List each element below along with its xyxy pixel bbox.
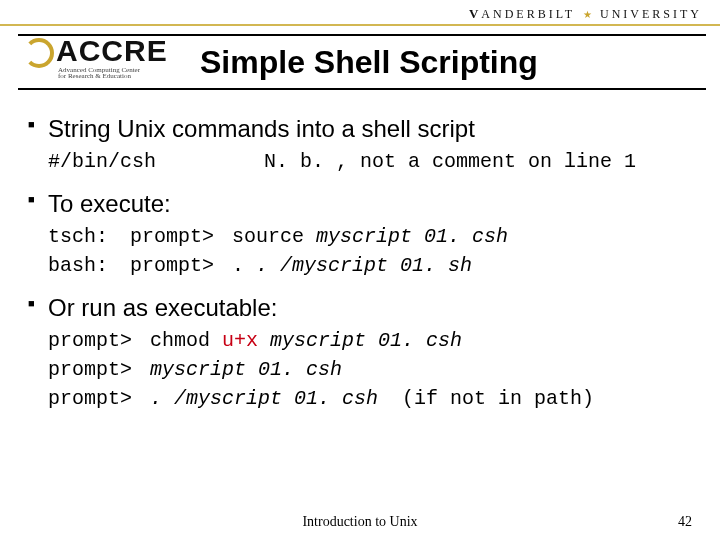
title-bar: ACCRE Advanced Computing Center for Rese… [0, 26, 720, 100]
tsch-file: myscript 01. csh [316, 225, 508, 248]
slide-footer: Introduction to Unix 42 [0, 514, 720, 530]
ex2-file: myscript 01. csh [150, 358, 342, 381]
bullet-2: To execute: tsch: prompt> source myscrip… [28, 189, 700, 277]
vu-university: UNIVERSITY [600, 7, 702, 21]
slide-content: String Unix commands into a shell script… [0, 100, 720, 410]
shebang-note: N. b. , not a comment on line 1 [264, 150, 636, 173]
ex3-prompt: prompt> [48, 387, 138, 410]
bullet-3-text: Or run as executable: [48, 293, 700, 323]
vu-logo-v: V [469, 6, 481, 21]
slide-title: Simple Shell Scripting [200, 44, 706, 81]
accre-sub2: for Research & Education [58, 72, 176, 80]
swirl-icon [24, 38, 54, 68]
bullet-1: String Unix commands into a shell script… [28, 114, 700, 173]
bullet-1-text: String Unix commands into a shell script [48, 114, 700, 144]
ex3-file: . /myscript 01. csh [150, 387, 378, 410]
ex1-file: myscript 01. csh [270, 329, 462, 352]
divider-bottom [18, 88, 706, 90]
ex1-arg: u+x [222, 329, 258, 352]
accre-logo: ACCRE Advanced Computing Center for Rese… [24, 30, 176, 94]
ex1-cmd: chmod [150, 329, 210, 352]
tsch-prompt: prompt> [130, 225, 220, 248]
footer-center: Introduction to Unix [0, 514, 720, 530]
accre-big: ACCRE [56, 36, 168, 66]
tsch-cmd: source [232, 225, 304, 248]
ex1-prompt: prompt> [48, 329, 138, 352]
ex3-note: (if not in path) [402, 387, 594, 410]
shebang-code: #/bin/csh [48, 150, 156, 173]
tsch-label: tsch: [48, 225, 118, 248]
ex2-prompt: prompt> [48, 358, 138, 381]
page-number: 42 [678, 514, 692, 530]
bash-prompt: prompt> [130, 254, 220, 277]
bullet-2-text: To execute: [48, 189, 700, 219]
bash-cmd: . [232, 254, 244, 277]
bullet-3: Or run as executable: prompt> chmod u+x … [28, 293, 700, 410]
bash-label: bash: [48, 254, 118, 277]
vu-logo-rest: ANDERBILT [481, 7, 575, 21]
bash-file: . /myscript 01. sh [256, 254, 472, 277]
university-branding: VANDERBILT ★ UNIVERSITY [0, 0, 720, 26]
star-icon: ★ [581, 9, 594, 20]
